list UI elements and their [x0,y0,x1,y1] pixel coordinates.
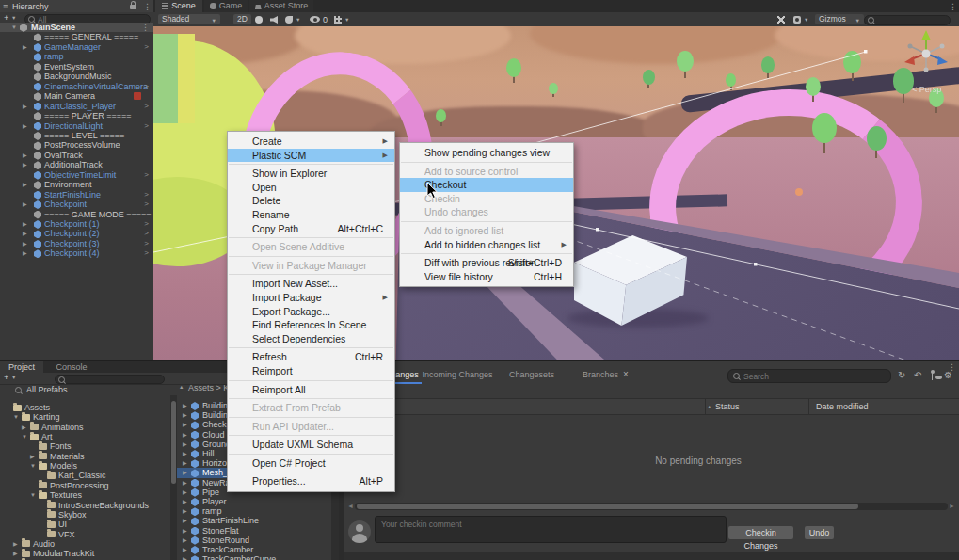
expander-closed-icon[interactable]: ▶ [23,239,27,249]
hierarchy-row-additionaltrack[interactable]: ▶AdditionalTrack [0,160,153,169]
expander-closed-icon[interactable]: ▶ [23,42,27,53]
column-header-date-modified[interactable]: Date modified [816,402,869,411]
scene-menu-icon[interactable]: ⋮ [949,2,956,11]
hierarchy-row-checkpoint[interactable]: ▶Checkpoint> [0,200,153,209]
audio-toggle-icon[interactable] [270,16,278,24]
menu-item-reimport-all[interactable]: Reimport All [228,383,394,397]
menu-item-export-package[interactable]: Export Package... [228,305,394,319]
horizontal-scrollbar[interactable]: ◄ ► [347,503,955,510]
prefab-nav-arrow[interactable]: > [144,82,149,92]
menu-item-copy-path[interactable]: Copy PathAlt+Ctrl+C [228,222,394,236]
tab-branches[interactable]: Branches [578,367,623,384]
tab-incoming-changes[interactable]: Incoming Changes [420,367,495,384]
hierarchy-row-kartclassic-player[interactable]: ▶KartClassic_Player> [0,102,153,111]
create-object-button[interactable]: + [4,13,8,23]
scene-search-input[interactable] [864,15,951,25]
menu-item-reimport[interactable]: Reimport [228,364,394,378]
hierarchy-row-directionallight[interactable]: ▶DirectionalLight> [0,121,153,131]
expander-open-icon[interactable]: ▼ [11,23,17,33]
menu-item-create[interactable]: Create▶ [228,135,394,149]
expander-closed-icon[interactable]: ▶ [183,440,187,449]
prefab-nav-arrow[interactable]: > [144,248,149,259]
expander-closed-icon[interactable]: ▶ [183,554,187,560]
expander-closed-icon[interactable]: ▶ [23,229,27,239]
create-dropdown-icon[interactable]: ▼ [11,15,16,21]
orientation-gizmo[interactable] [902,28,951,77]
menu-item-refresh[interactable]: RefreshCtrl+R [228,350,394,364]
expander-closed-icon[interactable]: ▶ [23,200,27,210]
effects-toggle-icon[interactable] [285,16,293,24]
tab-asset-store[interactable]: Asset Store [249,0,313,12]
gizmos-dropdown[interactable]: Gizmos ▼ [815,14,864,24]
column-divider[interactable] [808,399,809,414]
prefab-row-stoneround[interactable]: ▶StoneRound [177,536,331,545]
hierarchy-row-main-camera[interactable]: Main Camera [0,91,153,101]
prefab-row-ramp[interactable]: ▶ramp [177,506,331,516]
prefab-nav-arrow[interactable]: > [144,200,149,210]
prefab-row-trackcambercurve[interactable]: ▶TrackCamberCurve [177,554,331,560]
prefab-nav-arrow[interactable]: > [144,229,149,239]
shading-mode-dropdown[interactable]: Shaded ▼ [158,14,220,24]
menu-item-delete[interactable]: Delete [228,194,394,208]
hierarchy-row-eventsystem[interactable]: EventSystem [0,62,153,72]
camera-dropdown-icon[interactable]: ▼ [804,17,808,23]
grid-dropdown-icon[interactable]: ▼ [344,17,349,23]
hierarchy-row-checkpoint-3[interactable]: ▶Checkpoint (3)> [0,239,153,248]
prefab-nav-arrow[interactable]: > [144,121,149,132]
perspective-label[interactable]: < Persp [912,85,941,94]
lighting-toggle-icon[interactable] [255,16,263,24]
hierarchy-row-game-mode[interactable]: ===== GAME MODE ===== [0,210,153,219]
grid-toggle-icon[interactable] [334,16,342,24]
expander-closed-icon[interactable]: ▶ [23,219,27,230]
expander-closed-icon[interactable]: ▶ [183,478,187,488]
hierarchy-row-checkpoint-2[interactable]: ▶Checkpoint (2)> [0,229,153,238]
tools-icon[interactable] [777,16,785,24]
expander-closed-icon[interactable]: ▶ [183,516,187,525]
prefab-row-trackcamber[interactable]: ▶TrackCamber [177,545,331,554]
tab-changesets[interactable]: Changesets [503,367,561,384]
prefab-nav-arrow[interactable]: > [144,42,149,53]
expander-closed-icon[interactable]: ▶ [183,506,187,516]
hierarchy-row-mainscene[interactable]: ▼MainScene⋮ [0,23,153,32]
hierarchy-row-checkpoint-1[interactable]: ▶Checkpoint (1)> [0,219,153,229]
undo-button[interactable]: Undo [805,526,834,539]
scroll-right-icon[interactable]: ► [949,503,955,509]
plastic-search-input[interactable]: Search [727,369,891,383]
expander-closed-icon[interactable]: ▶ [183,488,187,497]
expander-closed-icon[interactable]: ▶ [183,401,187,410]
expander-closed-icon[interactable]: ▶ [183,410,187,420]
expander-closed-icon[interactable]: ▶ [183,458,187,468]
hierarchy-row-startfinishline[interactable]: StartFinishLine> [0,190,153,200]
hierarchy-row-environment[interactable]: ▶Environment [0,180,153,189]
column-divider[interactable] [705,399,706,414]
menu-item-view-file-history[interactable]: View file historyCtrl+H [400,270,573,284]
expander-closed-icon[interactable]: ▶ [23,121,27,132]
close-icon[interactable]: × [623,369,629,379]
menu-item-update-uxml-schema[interactable]: Update UXML Schema [228,438,394,452]
menu-item-diff-with-previous-revision[interactable]: Diff with previous revisionShift+Ctrl+D [400,256,573,270]
hierarchy-menu-icon[interactable]: ⋮ [143,2,151,11]
hierarchy-row-gamemanager[interactable]: ▶GameManager> [0,42,153,52]
branch-explorer-icon[interactable] [932,372,940,380]
expander-closed-icon[interactable]: ▶ [183,526,187,536]
tab-game[interactable]: Game [204,0,248,12]
menu-item-plastic-scm[interactable]: Plastic SCM▶ [228,149,394,163]
hierarchy-row-checkpoint-4[interactable]: ▶Checkpoint (4)> [0,248,153,258]
tab-project[interactable]: Project [0,361,43,373]
expander-closed-icon[interactable]: ▶ [183,430,187,440]
hierarchy-row-general[interactable]: ===== GENERAL ===== [0,32,153,41]
effects-dropdown-icon[interactable]: ▼ [296,17,300,23]
expander-closed-icon[interactable]: ▶ [23,180,27,190]
hierarchy-row-ovaltrack[interactable]: ▶OvalTrack [0,151,153,160]
hierarchy-row-cinemachinevirtualcamera[interactable]: CinemachineVirtualCamera> [0,82,153,91]
hierarchy-row-ramp[interactable]: ramp [0,52,153,61]
prefab-nav-arrow[interactable]: > [144,239,149,249]
refresh-icon[interactable]: ↻ [898,370,905,380]
hierarchy-row-player[interactable]: ===== PLAYER ===== [0,111,153,120]
tab-scene[interactable]: Scene [155,0,202,12]
undo-arrow-icon[interactable]: ↶ [914,370,921,380]
camera-icon[interactable] [793,16,801,24]
menu-item-show-pending-changes-view[interactable]: Show pending changes view [400,146,573,160]
menu-item-show-in-explorer[interactable]: Show in Explorer [228,167,394,181]
scroll-left-icon[interactable]: ◄ [347,503,354,509]
